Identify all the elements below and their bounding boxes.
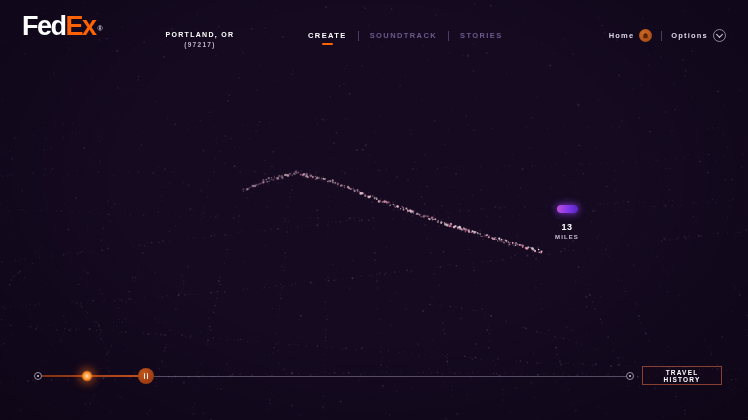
active-tab-underline (322, 43, 333, 45)
distance-value: 13 (549, 222, 585, 232)
nav-tab-create[interactable]: CREATE (308, 31, 347, 45)
timeline-track-remaining[interactable] (154, 376, 626, 377)
timeline-waypoint-dot[interactable] (81, 370, 93, 382)
nav-tab-soundtrack[interactable]: SOUNDTRACK (370, 31, 437, 45)
main-nav: CREATE SOUNDTRACK STORIES (308, 31, 503, 45)
tooltip-glow-bar (557, 205, 578, 213)
location-city: PORTLAND, OR (160, 31, 240, 38)
fedex-logo[interactable]: FedEx® (22, 13, 103, 40)
location-zip: (97217) (160, 41, 240, 48)
particle-map-visualization[interactable] (0, 0, 748, 420)
nav-divider (358, 31, 359, 41)
timeline-end-marker[interactable] (626, 372, 634, 380)
logo-text-fed: Fed (22, 11, 66, 41)
fedex-map-experience: FedEx® PORTLAND, OR (97217) CREATE SOUND… (0, 0, 748, 420)
user-menu: Home Options (609, 29, 726, 42)
registered-trademark: ® (98, 25, 103, 32)
nav-tab-create-label: CREATE (308, 31, 347, 40)
chevron-down-icon[interactable] (713, 29, 726, 42)
travel-history-button[interactable]: TRAVEL HISTORY (642, 366, 722, 385)
nav-tab-soundtrack-label: SOUNDTRACK (370, 31, 437, 40)
timeline-start-marker[interactable] (34, 372, 42, 380)
distance-unit: MILES (549, 234, 585, 240)
header: FedEx® PORTLAND, OR (97217) CREATE SOUND… (0, 0, 748, 60)
timeline-track-elapsed[interactable] (42, 375, 146, 377)
pause-icon (144, 373, 146, 379)
menu-divider (661, 31, 662, 41)
nav-tab-stories-label: STORIES (460, 31, 503, 40)
pause-button[interactable] (138, 368, 154, 384)
location-indicator: PORTLAND, OR (97217) (160, 31, 240, 48)
nav-tab-stories[interactable]: STORIES (460, 31, 503, 45)
home-link[interactable]: Home (609, 31, 635, 40)
options-menu[interactable]: Options (671, 31, 708, 40)
logo-text-ex: Ex (66, 11, 96, 41)
distance-tooltip: 13 MILES (549, 205, 585, 240)
nav-divider (448, 31, 449, 41)
home-icon[interactable] (639, 29, 652, 42)
